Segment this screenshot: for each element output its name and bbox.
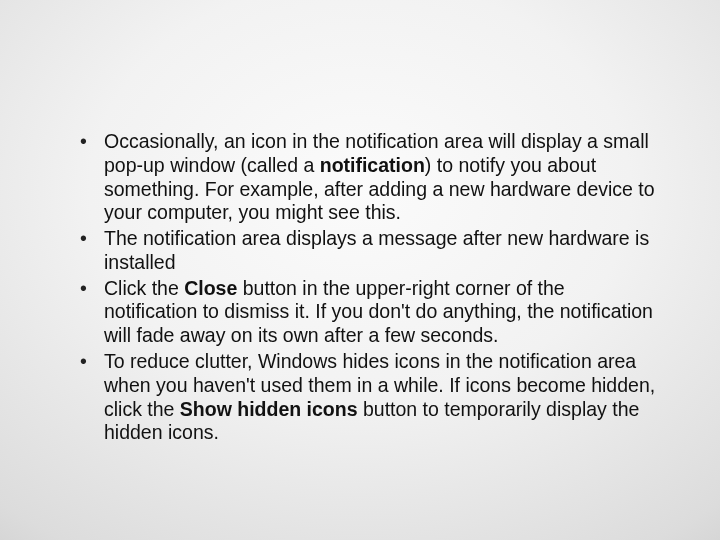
bold-text: Show hidden icons [180, 398, 358, 420]
bold-text: Close [184, 277, 237, 299]
text: Click the [104, 277, 184, 299]
list-item: Occasionally, an icon in the notificatio… [80, 130, 658, 225]
slide: Occasionally, an icon in the notificatio… [0, 0, 720, 540]
list-item: The notification area displays a message… [80, 227, 658, 275]
list-item: To reduce clutter, Windows hides icons i… [80, 350, 658, 445]
bullet-list: Occasionally, an icon in the notificatio… [62, 130, 658, 447]
text: The notification area displays a message… [104, 227, 649, 273]
list-item: Click the Close button in the upper-righ… [80, 277, 658, 348]
bold-text: notification [320, 154, 425, 176]
